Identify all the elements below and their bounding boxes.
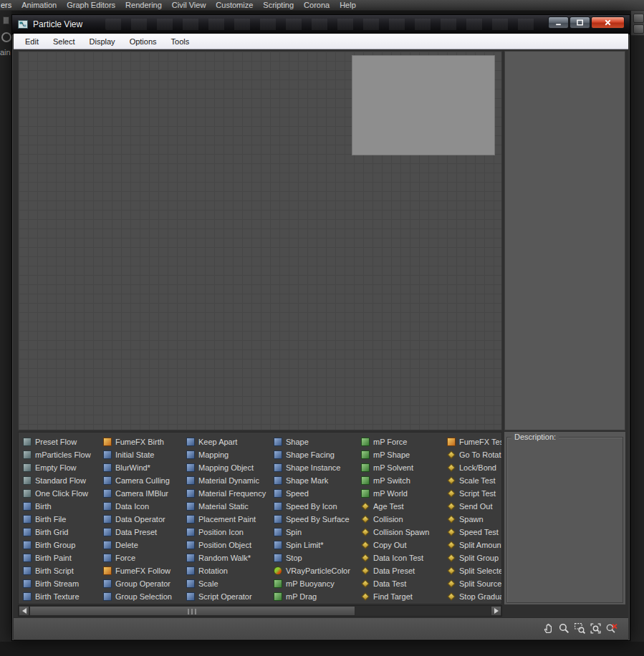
depot-item-mapping[interactable]: Mapping bbox=[182, 448, 269, 461]
depot-item-empty-flow[interactable]: Empty Flow bbox=[19, 461, 99, 474]
depot-item-birth-grid[interactable]: Birth Grid bbox=[19, 526, 99, 539]
menu-item-scripting[interactable]: Scripting bbox=[258, 0, 299, 10]
depot-item-birth[interactable]: Birth bbox=[19, 500, 99, 513]
depot-item-go-to-rotation[interactable]: Go To Rotation bbox=[443, 448, 502, 461]
depot-item-rotation[interactable]: Rotation bbox=[182, 564, 269, 577]
depot-item-one-click-flow[interactable]: One Click Flow bbox=[19, 487, 99, 500]
depot-item-mp-drag[interactable]: mP Drag bbox=[269, 590, 357, 603]
region-zoom-tool-icon[interactable] bbox=[573, 622, 587, 635]
depot-item-position-object[interactable]: Position Object bbox=[182, 539, 269, 551]
menu-item-corona[interactable]: Corona bbox=[299, 0, 335, 10]
window-menu-display[interactable]: Display bbox=[82, 35, 122, 48]
depot-item-collision[interactable]: Collision bbox=[357, 513, 443, 526]
zoom-cancel-tool-icon[interactable] bbox=[605, 622, 618, 635]
depot-item-spin[interactable]: Spin bbox=[269, 526, 357, 539]
depot-item-material-dynamic[interactable]: Material Dynamic bbox=[182, 474, 269, 487]
window-menu-tools[interactable]: Tools bbox=[164, 35, 197, 48]
depot-item-stop-gradually[interactable]: Stop Gradually bbox=[443, 590, 502, 603]
depot-item-camera-imblur[interactable]: Camera IMBlur bbox=[99, 487, 182, 500]
depot-item-collision-spawn[interactable]: Collision Spawn bbox=[357, 526, 443, 539]
depot-item-mp-force[interactable]: mP Force bbox=[357, 435, 443, 448]
menu-item-rendering[interactable]: Rendering bbox=[120, 0, 167, 10]
menu-item-help[interactable]: Help bbox=[335, 0, 361, 10]
depot-item-spin-limit[interactable]: Spin Limit* bbox=[269, 539, 357, 551]
depot-item-data-operator[interactable]: Data Operator bbox=[99, 513, 182, 526]
depot-item-split-amount[interactable]: Split Amount bbox=[443, 539, 502, 551]
menu-item-animation[interactable]: Animation bbox=[16, 0, 62, 10]
depot-item-mp-switch[interactable]: mP Switch bbox=[357, 474, 443, 487]
menu-item-ers[interactable]: ers bbox=[0, 0, 16, 10]
depot-item-script-operator[interactable]: Script Operator bbox=[182, 590, 269, 603]
depot-item-shape[interactable]: Shape bbox=[269, 435, 357, 448]
depot-item-random-walk[interactable]: Random Walk* bbox=[182, 551, 269, 564]
depot-item-fumefx-follow[interactable]: FumeFX Follow bbox=[99, 564, 182, 577]
depot-item-split-source[interactable]: Split Source bbox=[443, 577, 502, 590]
depot-item-data-icon[interactable]: Data Icon bbox=[99, 500, 182, 513]
depot-item-speed-test[interactable]: Speed Test bbox=[443, 526, 502, 539]
depot-item-split-selected[interactable]: Split Selected bbox=[443, 564, 502, 577]
maximize-button[interactable] bbox=[569, 16, 590, 29]
depot-scrollbar[interactable] bbox=[18, 605, 502, 617]
depot-item-lock-bond[interactable]: Lock/Bond bbox=[443, 461, 502, 474]
depot-item-copy-out[interactable]: Copy Out bbox=[357, 539, 443, 551]
depot-item-split-group[interactable]: Split Group bbox=[443, 551, 502, 564]
depot-item-fumefx-birth[interactable]: FumeFX Birth bbox=[99, 435, 182, 448]
depot-item-birth-script[interactable]: Birth Script bbox=[19, 564, 99, 577]
depot-item-group-operator[interactable]: Group Operator bbox=[99, 577, 182, 590]
zoom-tool-icon[interactable] bbox=[557, 622, 571, 635]
depot-item-birth-file[interactable]: Birth File bbox=[19, 513, 99, 526]
pan-hand-tool-icon[interactable] bbox=[542, 622, 555, 635]
depot-item-mp-solvent[interactable]: mP Solvent bbox=[357, 461, 443, 474]
depot-item-speed-by-icon[interactable]: Speed By Icon bbox=[269, 500, 357, 513]
depot-item-camera-culling[interactable]: Camera Culling bbox=[99, 474, 182, 487]
depot-item-fumefx-test[interactable]: FumeFX Test bbox=[443, 435, 502, 448]
depot-item-delete[interactable]: Delete bbox=[99, 539, 182, 551]
depot-item-shape-instance[interactable]: Shape Instance bbox=[269, 461, 357, 474]
scrollbar-thumb[interactable] bbox=[29, 606, 355, 616]
depot-item-age-test[interactable]: Age Test bbox=[357, 500, 443, 513]
depot-item-position-icon[interactable]: Position Icon bbox=[182, 526, 269, 539]
depot-item-vrayparticlecolor[interactable]: VRayParticleColor bbox=[269, 564, 357, 577]
depot-item-data-icon-test[interactable]: Data Icon Test bbox=[357, 551, 443, 564]
depot-item-mp-shape[interactable]: mP Shape bbox=[357, 448, 443, 461]
depot-item-group-selection[interactable]: Group Selection bbox=[99, 590, 182, 603]
depot-item-find-target[interactable]: Find Target bbox=[357, 590, 443, 603]
depot-item-blurwind[interactable]: BlurWind* bbox=[99, 461, 182, 474]
titlebar[interactable]: Particle View bbox=[12, 15, 630, 34]
depot-item-keep-apart[interactable]: Keep Apart bbox=[182, 435, 269, 448]
depot-item-birth-paint[interactable]: Birth Paint bbox=[19, 551, 99, 564]
menu-item-civil-view[interactable]: Civil View bbox=[167, 0, 211, 10]
window-menu-edit[interactable]: Edit bbox=[18, 35, 46, 48]
depot-item-data-test[interactable]: Data Test bbox=[357, 577, 443, 590]
depot-item-placement-paint[interactable]: Placement Paint bbox=[182, 513, 269, 526]
depot-item-material-static[interactable]: Material Static bbox=[182, 500, 269, 513]
depot-item-material-frequency[interactable]: Material Frequency bbox=[182, 487, 269, 500]
depot-item-stop[interactable]: Stop bbox=[269, 551, 357, 564]
minimize-button[interactable] bbox=[548, 16, 569, 29]
menu-item-customize[interactable]: Customize bbox=[211, 0, 258, 10]
depot-item-speed[interactable]: Speed bbox=[269, 487, 357, 500]
depot-item-mparticles-flow[interactable]: mParticles Flow bbox=[19, 448, 99, 461]
depot-item-shape-facing[interactable]: Shape Facing bbox=[269, 448, 357, 461]
depot-item-birth-stream[interactable]: Birth Stream bbox=[19, 577, 99, 590]
depot-item-initial-state[interactable]: Initial State bbox=[99, 448, 182, 461]
scroll-left-button[interactable] bbox=[19, 606, 29, 616]
scroll-right-button[interactable] bbox=[491, 606, 501, 616]
depot-item-mapping-object[interactable]: Mapping Object bbox=[182, 461, 269, 474]
menu-item-graph-editors[interactable]: Graph Editors bbox=[62, 0, 120, 10]
depot-item-scale[interactable]: Scale bbox=[182, 577, 269, 590]
depot-item-force[interactable]: Force bbox=[99, 551, 182, 564]
depot-item-shape-mark[interactable]: Shape Mark bbox=[269, 474, 357, 487]
window-menu-options[interactable]: Options bbox=[122, 35, 164, 48]
depot-item-mp-buoyancy[interactable]: mP Buoyancy bbox=[269, 577, 357, 590]
depot-item-birth-texture[interactable]: Birth Texture bbox=[19, 590, 99, 603]
depot-item-mp-world[interactable]: mP World bbox=[357, 487, 443, 500]
depot-item-speed-by-surface[interactable]: Speed By Surface bbox=[269, 513, 357, 526]
depot-item-send-out[interactable]: Send Out bbox=[443, 500, 502, 513]
depot-item-data-preset[interactable]: Data Preset bbox=[357, 564, 443, 577]
depot-item-scale-test[interactable]: Scale Test bbox=[443, 474, 502, 487]
zoom-extents-tool-icon[interactable] bbox=[589, 622, 602, 635]
depot-item-script-test[interactable]: Script Test bbox=[443, 487, 502, 500]
depot-item-data-preset[interactable]: Data Preset bbox=[99, 526, 182, 539]
depot-item-preset-flow[interactable]: Preset Flow bbox=[19, 435, 99, 448]
